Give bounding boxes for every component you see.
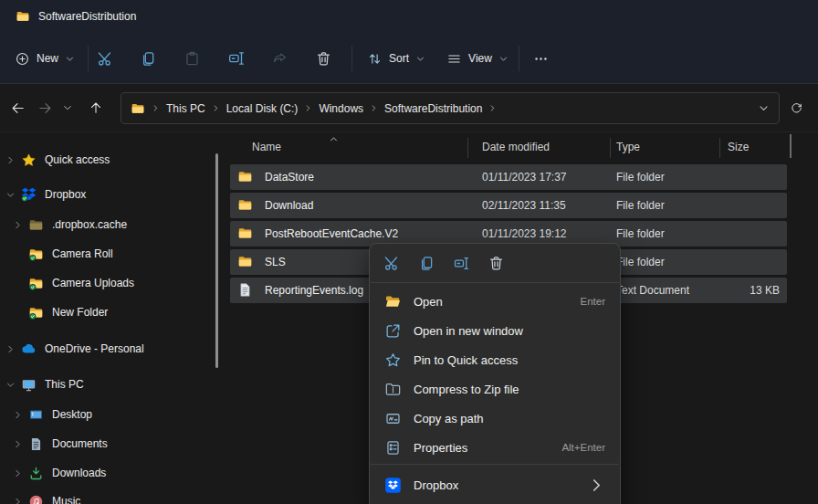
folder-icon [237, 169, 253, 184]
expand-chevron-icon[interactable] [4, 153, 16, 166]
delete-button[interactable] [481, 248, 510, 278]
sidebar-item-downloads[interactable]: Downloads [0, 459, 221, 487]
view-button[interactable]: View [440, 43, 515, 74]
menu-item-compress-to-zip[interactable]: Compress to Zip file [374, 374, 615, 404]
sidebar-item-desktop[interactable]: Desktop [0, 401, 221, 428]
expand-chevron-icon[interactable] [11, 495, 24, 504]
cut-button[interactable] [87, 43, 123, 74]
new-plus-icon [15, 51, 30, 67]
menu-item-label: Dropbox [414, 478, 458, 492]
sidebar-item-new-folder[interactable]: New Folder [0, 299, 221, 326]
see-more-button[interactable] [524, 43, 557, 74]
column-divider[interactable] [719, 138, 720, 158]
menu-item-open[interactable]: Open Enter [374, 287, 615, 316]
menu-item-label: Open in new window [414, 324, 523, 338]
sidebar-item-this-pc[interactable]: This PC [0, 371, 214, 398]
cut-button[interactable] [377, 248, 406, 278]
column-header-size[interactable]: Size [728, 141, 749, 153]
sort-button[interactable]: Sort [360, 43, 433, 74]
up-button[interactable] [80, 92, 111, 123]
address-bar-row: This PC Local Disk (C:) Windows Software… [0, 85, 818, 132]
breadcrumb-local-disk[interactable]: Local Disk (C:) [226, 102, 299, 115]
expand-chevron-icon[interactable] [11, 437, 24, 450]
sidebar-item-label: Quick access [45, 153, 110, 166]
copy-button[interactable] [412, 248, 441, 278]
menu-item-label: Compress to Zip file [414, 383, 519, 396]
open-new-window-icon [384, 322, 402, 340]
file-row-download[interactable]: Download 02/11/2023 11:35 File folder [230, 193, 787, 218]
document-icon [237, 282, 253, 298]
sidebar-item-label: OneDrive - Personal [45, 342, 144, 355]
collapse-chevron-icon[interactable] [4, 378, 16, 391]
share-button[interactable] [261, 43, 298, 74]
address-bar[interactable]: This PC Local Disk (C:) Windows Software… [121, 92, 780, 124]
breadcrumb-chevron-icon[interactable] [152, 104, 160, 112]
file-type: File folder [616, 227, 665, 240]
sidebar-item-onedrive[interactable]: OneDrive - Personal [0, 335, 214, 362]
recent-locations-button[interactable] [56, 92, 79, 123]
copy-button[interactable] [130, 43, 166, 74]
sidebar-item-label: This PC [45, 378, 84, 391]
address-dropdown-chevron-icon[interactable] [758, 102, 770, 114]
pin-star-icon [384, 352, 402, 369]
rename-button[interactable] [446, 248, 476, 278]
sidebar-item-camera-uploads[interactable]: Camera Uploads [0, 269, 221, 297]
sidebar-item-dropbox[interactable]: Dropbox [0, 181, 214, 208]
expand-chevron-icon[interactable] [11, 467, 24, 479]
sidebar-item-label: Dropbox [45, 188, 86, 201]
sidebar-item-label: .dropbox.cache [52, 218, 127, 231]
expand-chevron-icon[interactable] [11, 408, 24, 421]
expand-chevron-icon[interactable] [4, 342, 16, 355]
view-list-icon [446, 51, 462, 67]
sidebar-item-quick-access[interactable]: Quick access [0, 146, 214, 173]
column-header-type[interactable]: Type [616, 141, 640, 153]
forward-arrow-icon [37, 100, 53, 116]
dropbox-icon [384, 477, 402, 494]
sidebar-item-documents[interactable]: Documents [0, 430, 221, 457]
open-folder-icon [384, 293, 402, 310]
sidebar-scrollbar-thumb[interactable] [215, 153, 218, 368]
menu-item-properties[interactable]: Properties Alt+Enter [374, 433, 615, 462]
collapse-chevron-icon[interactable] [4, 188, 16, 201]
breadcrumb-chevron-icon[interactable] [370, 104, 378, 112]
column-header-date-modified[interactable]: Date modified [482, 141, 550, 153]
breadcrumb-chevron-icon[interactable] [212, 104, 220, 112]
menu-item-copy-as-path[interactable]: Copy as path [374, 404, 615, 433]
sidebar-item-label: Documents [52, 437, 108, 450]
sidebar-item-label: Camera Roll [52, 247, 113, 260]
breadcrumb-this-pc[interactable]: This PC [166, 102, 205, 115]
breadcrumb-chevron-icon[interactable] [304, 104, 312, 112]
window-folder-icon [16, 9, 30, 24]
window-title: SoftwareDistribution [38, 10, 136, 23]
column-divider[interactable] [610, 138, 611, 158]
menu-shortcut: Enter [581, 296, 606, 307]
synced-folder-icon [28, 276, 44, 291]
address-folder-icon [131, 101, 145, 116]
submenu-chevron-icon [588, 477, 605, 494]
breadcrumb-windows[interactable]: Windows [319, 102, 363, 115]
file-list-scrollbar-thumb[interactable] [790, 134, 792, 158]
new-button[interactable]: New [9, 43, 80, 74]
paste-button[interactable] [173, 43, 210, 74]
music-icon [28, 494, 44, 504]
up-arrow-icon [89, 100, 103, 115]
menu-item-dropbox[interactable]: Dropbox [374, 470, 615, 499]
expand-chevron-icon[interactable] [11, 218, 24, 231]
sidebar-item-camera-roll[interactable]: Camera Roll [0, 240, 221, 268]
rename-button[interactable] [218, 43, 255, 74]
menu-item-pin-to-quick-access[interactable]: Pin to Quick access [374, 345, 615, 374]
delete-button[interactable] [305, 43, 341, 74]
back-button[interactable] [2, 92, 33, 123]
breadcrumb-chevron-icon[interactable] [488, 104, 497, 112]
share-icon [271, 50, 288, 68]
file-row-datastore[interactable]: DataStore 01/11/2023 17:37 File folder [230, 164, 787, 190]
sidebar-item-dropbox-cache[interactable]: .dropbox.cache [0, 211, 221, 238]
menu-item-open-in-new-window[interactable]: Open in new window [374, 316, 615, 345]
sidebar-item-music[interactable]: Music [0, 488, 221, 504]
cut-icon [383, 255, 401, 272]
breadcrumb-softwaredistribution[interactable]: SoftwareDistribution [384, 102, 482, 115]
column-header-name[interactable]: Name [252, 141, 281, 153]
refresh-button[interactable] [781, 92, 812, 123]
pc-monitor-icon [21, 377, 37, 393]
column-divider[interactable] [467, 138, 468, 158]
